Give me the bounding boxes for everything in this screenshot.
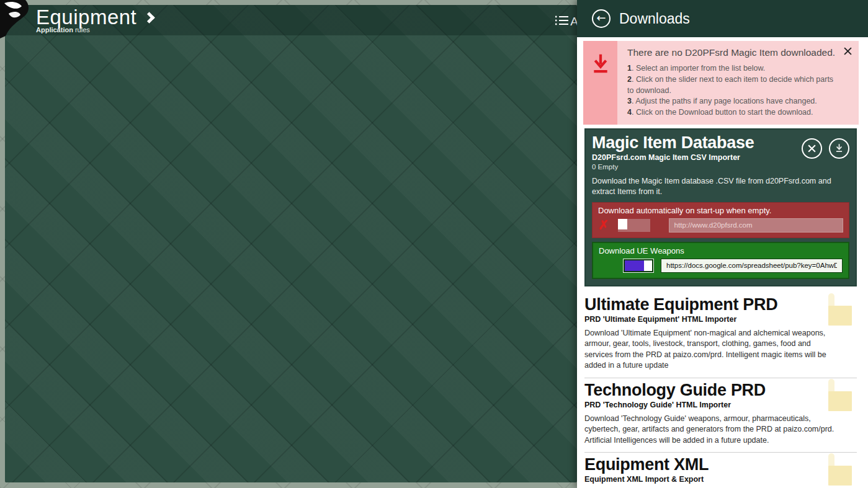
equipment-main-panel: Equipment Application rules A <box>5 5 577 482</box>
title-block: Equipment Application rules <box>36 7 153 33</box>
download-button[interactable] <box>829 138 849 159</box>
list-icon <box>555 15 568 29</box>
cancel-button[interactable] <box>802 138 822 159</box>
importer-subtitle: PRD 'Ultimate Equipment' HTML Importer <box>584 315 857 324</box>
disabled-x-icon: ✗ <box>598 219 609 232</box>
page-title: Equipment <box>36 7 136 27</box>
lock-icon <box>828 296 852 326</box>
sort-alphabetical-button[interactable]: A <box>555 15 578 29</box>
auto-download-toggle[interactable] <box>618 219 650 232</box>
downloads-header: ← Downloads <box>577 0 868 37</box>
notification-step: 2. Click on the slider next to each item… <box>627 74 841 97</box>
toggle-thumb <box>644 260 652 271</box>
notification-step: 3. Adjust the paths if any page location… <box>627 96 841 107</box>
importer-status: 0 Empty <box>592 163 849 171</box>
importer-description: Download 'Ultimate Equipment' non-magica… <box>584 328 841 371</box>
ue-weapons-option: Download UE Weapons <box>592 242 849 279</box>
importer-title: Ultimate Equipment PRD <box>584 295 857 314</box>
importer-item-technology-guide-prd[interactable]: Technology Guide PRD PRD 'Technology Gui… <box>584 378 857 453</box>
importer-card-magic-item-database[interactable]: Magic Item Database D20PFsrd.com Magic I… <box>584 128 857 286</box>
importer-description: Download 'Technology Guide' weapons, arm… <box>584 414 841 446</box>
lock-icon <box>828 382 852 412</box>
importer-title: Equipment XML <box>584 455 857 474</box>
importer-item-ultimate-equipment-prd[interactable]: Ultimate Equipment PRD PRD 'Ultimate Equ… <box>584 293 857 378</box>
lock-icon <box>828 456 852 486</box>
ue-weapons-label: Download UE Weapons <box>599 246 843 255</box>
notification-step: 4. Click on the Download button to start… <box>627 107 841 118</box>
notification-step: 1. Select an importer from the list belo… <box>627 63 841 74</box>
ue-weapons-toggle[interactable] <box>624 259 653 272</box>
close-icon[interactable] <box>843 46 852 56</box>
notification-body: There are no D20PFsrd Magic Item downloa… <box>617 41 859 125</box>
back-button[interactable]: ← <box>592 9 611 28</box>
importer-item-equipment-xml[interactable]: Equipment XML Equipment XML Import & Exp… <box>584 453 857 488</box>
chevron-right-icon[interactable] <box>144 12 155 23</box>
main-header: Equipment Application rules A <box>5 5 577 35</box>
notification-stripe <box>583 41 617 125</box>
app-logo-icon <box>0 0 31 38</box>
importer-list: Ultimate Equipment PRD PRD 'Ultimate Equ… <box>584 293 857 488</box>
auto-download-label: Download automatically on start-up when … <box>598 206 843 215</box>
download-alert-icon <box>591 53 611 79</box>
downloads-panel: ← Downloads There are no D20PFsrd Magic … <box>577 0 868 488</box>
back-arrow-icon: ← <box>596 12 606 24</box>
toggle-thumb <box>618 219 627 229</box>
ue-weapons-url-input[interactable] <box>661 259 843 273</box>
importer-subtitle: Equipment XML Import & Export <box>584 475 857 484</box>
page-subtitle: Application rules <box>36 26 153 33</box>
auto-download-option: Download automatically on start-up when … <box>592 202 849 238</box>
downloads-title: Downloads <box>619 11 690 27</box>
notification-title: There are no D20PFsrd Magic Item downloa… <box>627 47 841 58</box>
importer-title: Technology Guide PRD <box>584 381 857 400</box>
card-buttons <box>802 138 849 159</box>
importer-subtitle: PRD 'Technology Guide' HTML Importer <box>584 401 857 409</box>
no-items-notification: There are no D20PFsrd Magic Item downloa… <box>583 41 859 125</box>
auto-download-url-input[interactable] <box>669 218 843 233</box>
importer-description: Download the Magic Item database .CSV fi… <box>592 176 839 197</box>
